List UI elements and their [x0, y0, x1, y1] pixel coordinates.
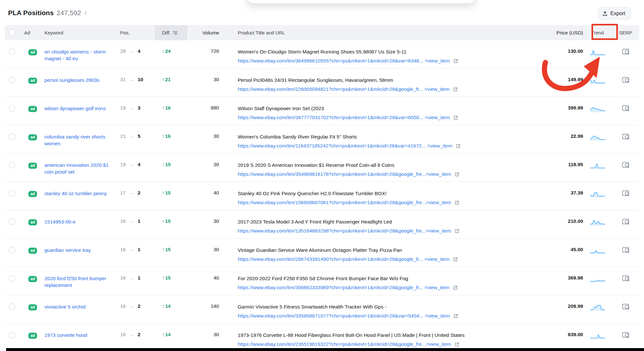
keyword-link[interactable]: columbia sandy river shorts women	[44, 133, 111, 147]
trend-sparkline[interactable]	[590, 276, 605, 282]
col-diff[interactable]: Diff.	[155, 25, 187, 40]
table-row: ad columbia sandy river shorts women 21 …	[5, 125, 639, 154]
product-url-link[interactable]: https://www.ebay.com/itm/335858671077?ch…	[238, 313, 450, 319]
serp-icon[interactable]	[622, 247, 630, 253]
ad-badge[interactable]: ad	[28, 191, 37, 197]
row-checkbox[interactable]	[9, 105, 15, 111]
trend-sparkline[interactable]	[590, 219, 605, 226]
volume-value: 720	[187, 40, 227, 54]
product-url-link[interactable]: https://www.ebay.com/itm/354889616176?ch…	[238, 171, 451, 177]
pos-to: 3	[138, 105, 140, 111]
external-link-icon[interactable]	[453, 87, 458, 92]
info-icon[interactable]: i	[84, 10, 87, 16]
diff-up-arrow-icon: ↑	[162, 77, 165, 82]
product-url-link[interactable]: https://www.ebay.com/itm/266743391490?ch…	[238, 256, 449, 262]
external-link-icon[interactable]	[453, 58, 458, 64]
trend-sparkline[interactable]	[590, 106, 605, 112]
external-link-icon[interactable]	[454, 172, 460, 177]
keyword-link[interactable]: 1514953-00-e	[44, 218, 76, 225]
trend-sparkline[interactable]	[590, 304, 605, 311]
serp-icon[interactable]	[622, 48, 630, 55]
row-checkbox[interactable]	[9, 77, 15, 83]
serp-icon[interactable]	[622, 162, 630, 168]
pos-to: 2	[138, 190, 140, 196]
ad-badge[interactable]: ad	[28, 304, 37, 310]
keyword-link[interactable]: persol sunglasses 2803s	[44, 77, 100, 83]
row-checkbox[interactable]	[9, 304, 15, 310]
product-url-link[interactable]: https://www.ebay.com/itm/226005094821?ch…	[238, 86, 449, 92]
serp-icon[interactable]	[622, 190, 630, 197]
col-trend[interactable]: Trend	[583, 30, 612, 35]
keyword-link[interactable]: american innovation 2020 $1 coin proof s…	[44, 162, 111, 175]
ad-badge[interactable]: ad	[28, 333, 37, 339]
external-link-icon[interactable]	[453, 257, 458, 262]
external-link-icon[interactable]	[453, 313, 458, 319]
product-url-link[interactable]: https://www.ebay.com/itm/235519819322?ch…	[238, 341, 451, 347]
keyword-link[interactable]: 2020 ford f250 front bumper replacement	[44, 275, 111, 289]
trend-sparkline[interactable]	[590, 247, 605, 254]
row-checkbox[interactable]	[9, 49, 15, 55]
product-url-link[interactable]: https://www.ebay.com/itm/387777031702?ch…	[238, 115, 450, 120]
trend-sparkline[interactable]	[590, 77, 605, 84]
col-ad[interactable]: Ad	[24, 30, 42, 35]
serp-icon[interactable]	[622, 105, 630, 112]
top-card-edge	[247, 0, 475, 3]
col-pos[interactable]: Pos.	[120, 30, 155, 35]
serp-icon[interactable]	[622, 275, 630, 282]
product-url-link[interactable]: https://www.ebay.com/itm/116437185242?ch…	[238, 143, 452, 149]
keyword-link[interactable]: 1973 corvette hood	[44, 332, 87, 338]
ad-badge[interactable]: ad	[28, 49, 37, 55]
product-url-link[interactable]: https://www.ebay.com/itm/156608607081?ch…	[238, 200, 451, 205]
trend-sparkline[interactable]	[590, 162, 605, 169]
product-url-link[interactable]: https://www.ebay.com/itm/364996610555?ch…	[238, 58, 450, 64]
product-url-link[interactable]: https://www.ebay.com/itm/135164863298?ch…	[238, 228, 451, 234]
arrow-right-icon: →	[129, 303, 134, 309]
col-serp[interactable]: SERP	[612, 30, 639, 35]
ad-badge[interactable]: ad	[28, 78, 37, 84]
col-product[interactable]: Product Title and URL	[227, 30, 530, 35]
ad-badge[interactable]: ad	[28, 219, 37, 225]
row-checkbox[interactable]	[9, 332, 15, 338]
ad-badge[interactable]: ad	[28, 134, 37, 140]
external-link-icon[interactable]	[453, 115, 458, 120]
serp-icon[interactable]	[622, 218, 630, 225]
price-value: 45.00	[530, 239, 583, 252]
ad-badge[interactable]: ad	[28, 163, 37, 169]
external-link-icon[interactable]	[454, 228, 460, 234]
row-checkbox[interactable]	[9, 275, 15, 281]
row-checkbox[interactable]	[9, 162, 15, 168]
trend-sparkline[interactable]	[590, 191, 605, 197]
product-url-link[interactable]: https://www.ebay.com/itm/356662333989?ch…	[238, 285, 449, 290]
ad-badge[interactable]: ad	[28, 276, 37, 282]
diff-value: 15	[165, 247, 171, 252]
trend-sparkline[interactable]	[590, 49, 605, 56]
ad-badge[interactable]: ad	[28, 106, 37, 112]
serp-icon[interactable]	[622, 332, 630, 338]
col-price[interactable]: Price (USD)	[530, 30, 583, 36]
export-button[interactable]: Export	[598, 7, 631, 20]
serp-icon[interactable]	[622, 77, 630, 83]
serp-icon[interactable]	[622, 133, 630, 140]
keyword-link[interactable]: guardian service tray	[44, 247, 91, 253]
external-link-icon[interactable]	[456, 143, 461, 149]
external-link-icon[interactable]	[453, 285, 458, 290]
keyword-link[interactable]: on cloudgo womens - storm magnet - 40 eu	[44, 48, 111, 62]
serp-icon[interactable]	[622, 303, 630, 310]
col-keyword[interactable]: Keyword	[42, 30, 120, 35]
row-checkbox[interactable]	[9, 190, 15, 196]
col-volume[interactable]: Volume	[187, 30, 227, 36]
keyword-link[interactable]: vivoactive 5 orchid	[44, 303, 86, 310]
select-all-checkbox[interactable]	[9, 29, 15, 35]
diff-up-arrow-icon: ↑	[162, 105, 165, 110]
page-header: PLA Positions 247,592 i	[8, 9, 86, 17]
trend-sparkline[interactable]	[590, 134, 605, 141]
row-checkbox[interactable]	[9, 219, 15, 225]
row-checkbox[interactable]	[9, 247, 15, 253]
row-checkbox[interactable]	[9, 134, 15, 140]
keyword-link[interactable]: stanley 40 oz tumbler peony	[44, 190, 107, 197]
external-link-icon[interactable]	[454, 342, 460, 347]
trend-sparkline[interactable]	[590, 332, 605, 339]
ad-badge[interactable]: ad	[28, 248, 37, 254]
keyword-link[interactable]: wilson dynapower golf irons	[44, 105, 106, 112]
external-link-icon[interactable]	[454, 200, 460, 205]
